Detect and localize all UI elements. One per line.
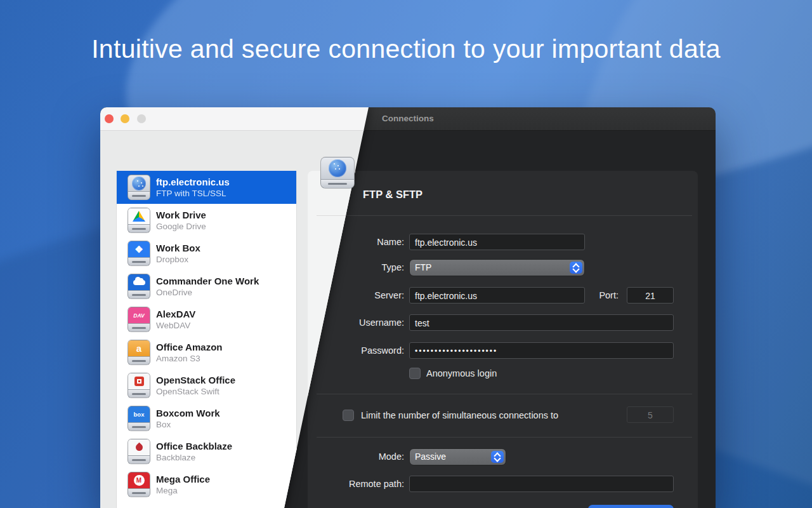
- globe-icon: [132, 177, 146, 190]
- window-content-light: ftp.electronic.us FTP with TSL/SSL Work …: [100, 131, 716, 508]
- sidebar-item-onedrive[interactable]: Commander One Work OneDrive: [117, 270, 296, 303]
- separator: [317, 215, 692, 216]
- google-drive-icon: [128, 208, 150, 233]
- openstack-square-icon: [134, 377, 144, 386]
- ftp-drive-icon: [128, 175, 150, 200]
- mega-icon: M: [128, 472, 150, 497]
- connections-sidebar: ftp.electronic.us FTP with TSL/SSL Work …: [116, 171, 297, 508]
- sidebar-item-dropbox[interactable]: ❖ Work Box Dropbox: [117, 237, 296, 270]
- sidebar-item-openstack[interactable]: OpenStack Office OpenStack Swift: [117, 369, 296, 402]
- titlebar-light[interactable]: [100, 107, 716, 131]
- dropbox-icon: ❖: [128, 241, 150, 266]
- cloud-icon: [133, 280, 145, 285]
- zoom-button[interactable]: [137, 114, 146, 123]
- google-drive-triangle-icon: [133, 211, 145, 222]
- sidebar-item-ftp[interactable]: ftp.electronic.us FTP with TSL/SSL: [117, 171, 296, 204]
- settings-panel-light: [308, 171, 698, 508]
- sidebar-item-webdav[interactable]: DAV AlexDAV WebDAV: [117, 303, 296, 336]
- backblaze-icon: [128, 439, 150, 464]
- webdav-icon: DAV: [128, 307, 150, 332]
- sidebar-item-backblaze[interactable]: Office Backblaze Backblaze: [117, 435, 296, 468]
- amazon-s3-icon: a: [128, 340, 150, 365]
- sidebar-item-box[interactable]: box Boxcom Work Box: [117, 402, 296, 435]
- ftp-sftp-drive-icon: [320, 157, 355, 189]
- openstack-icon: [128, 373, 150, 398]
- marketing-headline: Intuitive and secure connection to your …: [0, 34, 812, 64]
- minimize-button[interactable]: [121, 114, 129, 123]
- onedrive-icon: [128, 274, 150, 299]
- light-mode-wrap: ftp.electronic.us FTP with TSL/SSL Work …: [100, 107, 716, 508]
- flame-icon: [134, 443, 144, 453]
- sidebar-item-google-drive[interactable]: Work Drive Google Drive: [117, 204, 296, 237]
- globe-icon: [329, 159, 346, 177]
- close-button[interactable]: [105, 114, 114, 123]
- light-mode-layer: ftp.electronic.us FTP with TSL/SSL Work …: [100, 107, 716, 508]
- mega-m-icon: M: [134, 475, 145, 486]
- connections-window: Connections FTP & SFTP Name: ftp.electro…: [100, 107, 716, 508]
- sidebar-item-mega[interactable]: M Mega Office Mega: [117, 468, 296, 501]
- box-icon: box: [128, 406, 150, 431]
- sidebar-item-amazon-s3[interactable]: a Office Amazon Amazon S3: [117, 336, 296, 369]
